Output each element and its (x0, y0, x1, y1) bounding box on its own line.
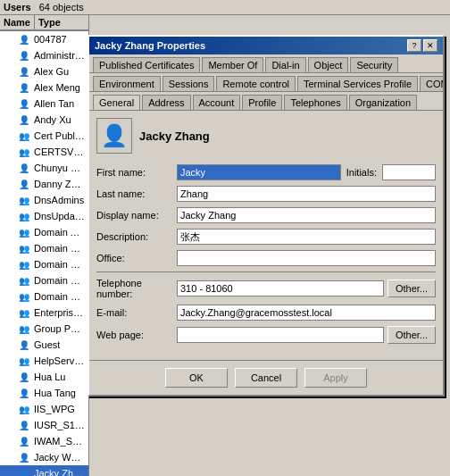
user-icon: 👤 (18, 387, 30, 399)
description-row: Description: (96, 229, 436, 245)
list-item[interactable]: 👥Domain Guests (0, 272, 88, 288)
main-panel: Name Type 👤004787👤Administrator👤Alex Gu👤… (0, 15, 450, 476)
display-name-row: Display name: (96, 207, 436, 223)
col-type: Type (35, 15, 88, 29)
tab-com-plus[interactable]: COM+ (420, 76, 443, 91)
tab-address[interactable]: Address (142, 95, 190, 110)
list-item[interactable]: 👤IUSR_S1AMOS (0, 417, 88, 433)
list-item[interactable]: 👤Hua Tang (0, 385, 88, 401)
window-title: Users 64 objects (4, 2, 84, 13)
tab-general[interactable]: General (93, 95, 140, 111)
list-item[interactable]: 👤Jacky Wang (0, 449, 88, 465)
display-name-input[interactable] (177, 207, 436, 223)
avatar: 👤 (96, 118, 132, 154)
telephone-other-button[interactable]: Other... (388, 280, 436, 297)
description-label: Description: (96, 231, 177, 242)
last-name-input[interactable] (177, 186, 436, 202)
list-item[interactable]: 👥Cert Publishers (0, 128, 88, 144)
user-icon: 👤 (18, 338, 30, 351)
list-item-label: Jacky Wang (34, 452, 85, 463)
webpage-other-button[interactable]: Other... (388, 326, 436, 344)
tab-terminal-services-profile[interactable]: Terminal Services Profile (297, 76, 418, 91)
list-item[interactable]: 👥CERTSVC_DCC (0, 144, 88, 160)
apply-button[interactable]: Apply (304, 368, 367, 388)
list-item-label: Hua Tang (34, 388, 76, 398)
list-item[interactable]: 👥Enterprise Adm (0, 305, 88, 321)
list-item-label: Group Policy Cr (34, 323, 85, 334)
list-item[interactable]: 👤Danny Zeng (0, 176, 88, 192)
list-item-label: IWAM_S1AMO (34, 436, 85, 447)
window-title-bar: Users 64 objects (0, 0, 450, 15)
list-item[interactable]: 👤004787 (0, 31, 88, 47)
tab-published-certificates[interactable]: Published Certificates (93, 57, 200, 72)
tab-remote-control[interactable]: Remote control (216, 76, 296, 91)
tab-telephones[interactable]: Telephones (284, 95, 346, 110)
user-icon: 👤 (18, 178, 30, 190)
avatar-icon: 👤 (101, 123, 128, 148)
list-item-label: IUSR_S1AMOS (34, 420, 85, 430)
list-item-label: Chunyu Zhao (34, 163, 85, 173)
user-icon: 👤 (18, 419, 30, 431)
group-icon: 👥 (18, 274, 30, 287)
office-label: Office: (96, 253, 177, 263)
list-item[interactable]: 👤IWAM_S1AMO (0, 433, 88, 449)
list-item[interactable]: 👤Jacky Zhang (0, 465, 88, 476)
dialog-help-button[interactable]: ? (407, 39, 421, 52)
properties-dialog: Jacky Zhang Properties ? ✕ Published Cer… (88, 35, 445, 397)
tab-sessions[interactable]: Sessions (162, 76, 215, 91)
user-icon: 👤 (18, 371, 30, 383)
user-header: 👤 Jacky Zhang (96, 118, 436, 154)
separator (96, 271, 436, 272)
tab-organization[interactable]: Organization (349, 95, 417, 110)
initials-input[interactable] (382, 164, 436, 180)
first-name-input[interactable] (177, 164, 341, 180)
tab-environment[interactable]: Environment (93, 76, 161, 91)
list-item[interactable]: 👥Domain Admins (0, 224, 88, 240)
list-item-label: Allen Tan (34, 98, 74, 109)
ok-button[interactable]: OK (165, 368, 228, 388)
list-item[interactable]: 👤Hua Lu (0, 369, 88, 385)
list-item-label: Andy Xu (34, 114, 71, 125)
tab-member-of[interactable]: Member Of (202, 57, 263, 72)
list-item[interactable]: 👥IIS_WPG (0, 401, 88, 417)
main-window: Users 64 objects Name Type 👤004787👤Admin… (0, 0, 450, 476)
list-item[interactable]: 👤Alex Meng (0, 79, 88, 96)
description-input[interactable] (177, 229, 436, 245)
webpage-input[interactable] (177, 327, 384, 343)
list-item[interactable]: 👥DnsAdmins (0, 192, 88, 208)
dialog-buttons: OK Cancel Apply (89, 360, 443, 395)
list-item[interactable]: 👤Guest (0, 337, 88, 353)
list-item[interactable]: 👤Alex Gu (0, 63, 88, 79)
user-icon: 👤 (18, 162, 30, 174)
list-item[interactable]: 👥Domain Users (0, 288, 88, 305)
cancel-button[interactable]: Cancel (235, 368, 297, 388)
list-item-label: Domain Admins (34, 227, 85, 238)
group-icon: 👥 (18, 146, 30, 158)
list-item[interactable]: 👤Administrator (0, 47, 88, 63)
dialog-title-buttons: ? ✕ (407, 39, 438, 52)
telephone-input[interactable] (177, 280, 384, 296)
list-item-label: Guest (34, 339, 60, 350)
list-item-label: Cert Publishers (34, 130, 85, 141)
list-item[interactable]: 👤Andy Xu (0, 112, 88, 128)
dialog-close-button[interactable]: ✕ (423, 39, 438, 52)
list-item[interactable]: 👤Allen Tan (0, 96, 88, 112)
list-header: Name Type (0, 15, 88, 31)
list-item[interactable]: 👥DnsUpdatePro (0, 208, 88, 224)
list-item[interactable]: 👥Domain Contro (0, 256, 88, 272)
list-item[interactable]: 👥Domain Compu (0, 240, 88, 256)
list-item-label: Domain Guests (34, 275, 85, 286)
tab-security[interactable]: Security (350, 57, 398, 72)
list-item[interactable]: 👥HelpServicesGr (0, 353, 88, 369)
office-row: Office: (96, 250, 436, 266)
group-icon: 👥 (18, 226, 30, 238)
list-item-label: Alex Meng (34, 82, 80, 93)
tab-profile[interactable]: Profile (242, 95, 282, 110)
email-input[interactable] (177, 305, 436, 321)
list-item[interactable]: 👥Group Policy Cr (0, 321, 88, 337)
tab-account[interactable]: Account (193, 95, 241, 110)
tab-object[interactable]: Object (308, 57, 349, 72)
office-input[interactable] (177, 250, 436, 266)
tab-dial-in[interactable]: Dial-in (265, 57, 305, 72)
list-item[interactable]: 👤Chunyu Zhao (0, 160, 88, 176)
